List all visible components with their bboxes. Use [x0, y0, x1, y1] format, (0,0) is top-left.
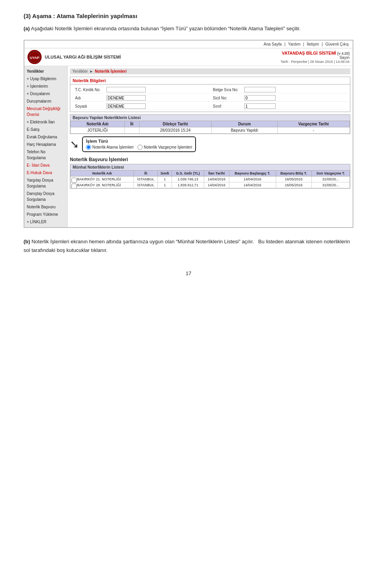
description-paragraph-b: (b) Noterlik İşlemleri ekranın hemen alt… [24, 237, 353, 255]
basvuru-table: Noterlik Adı İli Dilekçe Tarihi Durum Va… [70, 121, 350, 134]
munhal-table: Noterlik Adı İli Sınıfı G.S. Gelir (TL) … [70, 170, 350, 188]
bilgi-row-soyadi: Soyadı [73, 103, 210, 110]
col-noterlik-adi: Noterlik Adı [71, 121, 125, 127]
sidebar-item-linkler[interactable]: + LİNKLER [24, 218, 67, 226]
islem-turu-title: İşlem Türü [86, 139, 192, 143]
uyap-wrapper: Ana Sayfa | Yardım | İletişim | Güvenli … [24, 40, 353, 228]
intro-paragraph-a: (a) Aşağıdaki Noterlik İşlemleri ekranın… [24, 25, 353, 33]
munhal-col-gelir: G.S. Gelir (TL) [172, 171, 204, 176]
sidebar-item-e-hukuk-dava[interactable]: E-Hukuk Dava [24, 169, 67, 176]
table-row: JOTERLİĞİ 28/03/2016 15:24 Başvuru Yapıl… [71, 127, 350, 134]
topbar-link-contact[interactable]: İletişim [307, 42, 319, 46]
munhal-col-noterlik-adi: Noterlik Adı [71, 171, 134, 176]
col-dilekce-tarihi: Dilekçe Tarihi [139, 121, 212, 127]
munhal-col-sinif: Sınıfı [158, 171, 172, 176]
uyap-logo-icon: UYAP [27, 50, 42, 64]
sidebar-item-islemlerim[interactable]: + İşlemlerim [24, 83, 67, 90]
col-il: İli [124, 121, 139, 127]
sidebar-item-elektronik-ilan[interactable]: + Elektronik İlan [24, 118, 67, 126]
sinif-input[interactable] [244, 103, 276, 109]
topbar-link-home[interactable]: Ana Sayfa [264, 42, 282, 46]
sidebar-item-danistay-dosya[interactable]: Danıştay Dosya Sorgulama [24, 190, 67, 203]
uyap-content: Yenilikler ► Noterlik İşlemleri Noterlik… [68, 66, 353, 227]
radio-atama-islemleri[interactable]: Noterlik Atama İşlemleri [86, 145, 134, 150]
sidebar-item-program-yukleme[interactable]: Program Yükleme [24, 211, 67, 218]
sidebar-item-durusmalarim[interactable]: Duruşmalarım [24, 97, 67, 105]
islem-turu-radio-group: Noterlik Atama İşlemleri Noterlik Vazgeç… [86, 145, 192, 150]
breadcrumb-noterlik-islemleri[interactable]: Noterlik İşlemleri [95, 69, 127, 74]
sicil-input[interactable] [244, 95, 276, 101]
uyap-header: UYAP ULUSAL YARGI AĞI BİLİŞİM SİSTEMİ VA… [24, 48, 353, 66]
munhal-table-section: Münhal Noterliklerin Listesi Noterlik Ad… [70, 164, 350, 189]
munhal-col-basvuru-baslangic: Başvuru Başlangıç T. [229, 171, 276, 176]
bilgi-row-belge-sira: Belge Sıra No: [210, 86, 348, 94]
soyadi-input[interactable] [106, 103, 146, 109]
munhal-col-ilan-tarihi: İlan Tarihi [204, 171, 229, 176]
sidebar-item-harc-hesaplama[interactable]: Harç Hesaplama [24, 141, 67, 148]
belge-sira-input[interactable] [244, 87, 276, 92]
bilgi-row-adi: Adı [73, 94, 210, 102]
islem-turu-area: ➘ İşlem Türü Noterlik Atama İşlemleri [70, 136, 350, 154]
uyap-sidebar: Yenilikler + Uyap Bilgilerim + İşlemleri… [24, 66, 68, 227]
noterlik-bilgileri-section: Noterlik Bilgileri T.C. Kimlik No Belge … [70, 77, 350, 112]
page-content: (3) Aşama : Atama Taleplerinin yapılması… [0, 0, 377, 300]
sidebar-item-yenilikler[interactable]: Yenilikler [24, 68, 67, 75]
munhal-table-title: Münhal Noterliklerin Listesi [70, 164, 350, 170]
col-durum: Durum [212, 121, 277, 127]
adi-input[interactable] [106, 95, 146, 101]
sidebar-item-e-satis[interactable]: E-Satış [24, 126, 67, 133]
arrow-icon: ➘ [70, 138, 79, 151]
svg-text:UYAP: UYAP [30, 56, 39, 60]
breadcrumb: Yenilikler ► Noterlik İşlemleri [70, 68, 350, 74]
uyap-logo-text: ULUSAL YARGI AĞI BİLİŞİM SİSTEMİ [45, 54, 121, 60]
noterlik-basvuru-islemleri-title: Noterlik Başvuru İşlemleri [70, 157, 350, 162]
radio-vazgecme-islemleri[interactable]: Noterlik Vazgeçme İşlemleri [137, 145, 192, 150]
sidebar-item-dosyalarim[interactable]: + Dosyalarım [24, 90, 67, 97]
bilgi-row-sicil: Sicil No: [210, 94, 348, 102]
topbar-links: Ana Sayfa | Yardım | İletişim | Güvenli … [263, 42, 350, 46]
uyap-right-header: VATANDAŞ BİLGİ SİSTEMİ [v 4.20] Sayın Ta… [280, 51, 350, 64]
table-row: BAKIRKÖY 28. NOTERLİĞİ İSTANBUL 1 1.839.… [71, 182, 350, 188]
noterlik-bilgileri-title: Noterlik Bilgileri [70, 77, 350, 85]
sidebar-item-noterlik-basvuru[interactable]: Noterlik Başvuru [24, 203, 67, 211]
munhal-col-son-vazgecme: Son Vazgeçme T. [311, 171, 350, 176]
topbar-link-logout[interactable]: Güvenli Çıkış [326, 42, 349, 46]
topbar-link-help[interactable]: Yardım [288, 42, 301, 46]
sidebar-item-mevzuat[interactable]: Mevzuat Değişikliği Önerisi [24, 105, 67, 118]
munhal-col-basvuru-bitis: Başvuru Bitiş T. [276, 171, 311, 176]
uyap-main: Yenilikler + Uyap Bilgilerim + İşlemleri… [24, 66, 353, 227]
bilgi-row-sinif: Sınıf: [210, 103, 348, 110]
sidebar-item-e-idari-dava[interactable]: E- İdari Dava [24, 162, 67, 169]
munhal-row-2-checkbox[interactable] [71, 184, 77, 189]
breadcrumb-yenilikler[interactable]: Yenilikler [72, 69, 88, 74]
islem-turu-box: İşlem Türü Noterlik Atama İşlemleri Note… [82, 136, 196, 152]
munhal-col-il: İli [134, 171, 157, 176]
basvuru-table-title: Başvuru Yapılan Noterliklerin Listesi [70, 115, 350, 121]
sidebar-item-uyap-bilgilerim[interactable]: + Uyap Bilgilerim [24, 75, 67, 83]
bilgi-row-tcno: T.C. Kimlik No [73, 86, 210, 94]
date-label: Tarih : Perşembe | 28 Nisan 2016 | 14:06… [280, 60, 350, 64]
uyap-topbar: Ana Sayfa | Yardım | İletişim | Güvenli … [24, 40, 353, 48]
section-title: (3) Aşama : Atama Taleplerinin yapılması [24, 12, 353, 21]
sidebar-item-evrak-dogrulama[interactable]: Evrak Doğrulama [24, 133, 67, 141]
uyap-logo-area: UYAP ULUSAL YARGI AĞI BİLİŞİM SİSTEMİ [27, 50, 121, 64]
brand-label: VATANDAŞ BİLGİ SİSTEMİ [v 4.20] [280, 51, 350, 55]
col-vazgecme-tarihi: Vazgeçme Tarihi [277, 121, 350, 127]
page-number: 17 [24, 270, 353, 276]
sidebar-item-telefon-sorgulama[interactable]: Telefon No Sorgulama [24, 148, 67, 162]
screenshot-box: Ana Sayfa | Yardım | İletişim | Güvenli … [24, 40, 353, 228]
sidebar-item-yargitay-dosya[interactable]: Yargıtay Dosya Sorgulama [24, 176, 67, 190]
basvuru-table-section: Başvuru Yapılan Noterliklerin Listesi No… [70, 114, 350, 134]
table-row: BAKIRKÖY 21. NOTERLİĞİ İSTANBUL 1 1.039.… [71, 176, 350, 182]
tcno-input[interactable] [106, 87, 146, 92]
